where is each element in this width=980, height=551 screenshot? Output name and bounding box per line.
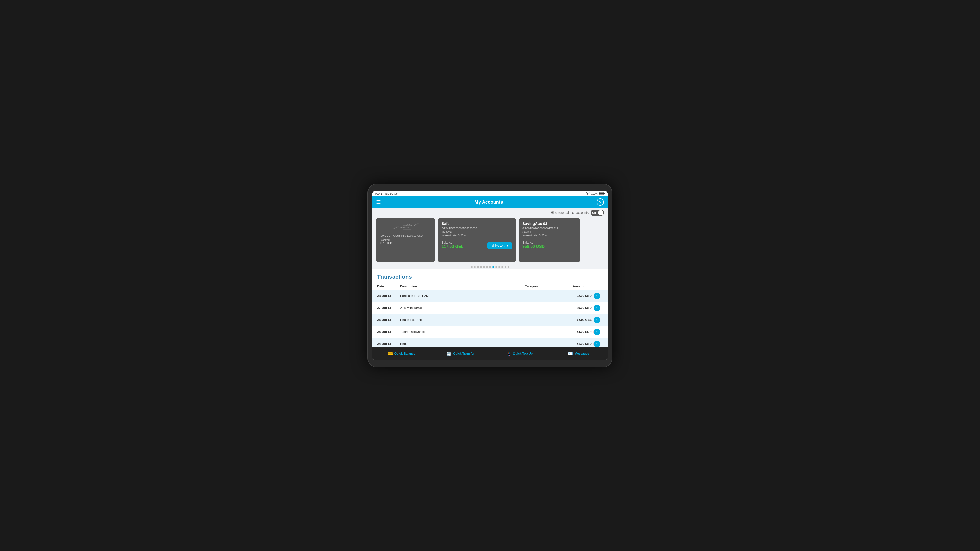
- card-title-saving03: SavingAcc 03: [522, 221, 576, 226]
- dot-12: [504, 266, 506, 268]
- status-bar: 09:41 Tue 30 Oct 100%: [372, 191, 608, 197]
- table-row[interactable]: 25 Jun 13 Taxfree allowance 64.00 EUR ‹ …: [372, 326, 608, 338]
- table-row[interactable]: 26 Jun 13 Health Insurance 65.00 GEL › ›: [372, 314, 608, 326]
- status-time: 09:41: [375, 192, 382, 195]
- credit-limit-label: .00 GEL: [380, 234, 390, 237]
- dot-13: [508, 266, 509, 268]
- row-nav-2[interactable]: ›: [593, 305, 600, 311]
- status-right: 100%: [586, 192, 605, 195]
- blocked-label: Blocked:: [380, 238, 431, 241]
- nav-quick-top-up[interactable]: 📱 Quick Top Up: [490, 347, 549, 360]
- cell-amount-1: 92.00 USD ›: [560, 294, 593, 298]
- col-header-action: [593, 285, 603, 288]
- cell-amount-5: 51.00 USD ‹: [560, 342, 593, 346]
- svg-rect-5: [404, 229, 411, 230]
- wifi-icon: [586, 192, 590, 195]
- dot-5: [483, 266, 485, 268]
- quick-transfer-icon: 🔄: [446, 351, 452, 356]
- cell-desc-4: Taxfree allowance: [400, 330, 525, 333]
- toggle-label: Hide zero balance accounts: [551, 211, 589, 214]
- credit-limit-text: Credit limit: 1,000.00 USD: [393, 234, 423, 237]
- card-account-type-saving03: Saving: [522, 230, 576, 233]
- blocked-value: 901.00 GEL: [380, 241, 431, 245]
- menu-button[interactable]: ☰: [376, 199, 381, 205]
- cell-desc-2: ATM withdrawal: [400, 306, 525, 310]
- cards-section: Accuse .00 GEL Credit limit: 1,000.00 US…: [372, 218, 608, 265]
- quick-topup-label: Quick Top Up: [513, 352, 533, 355]
- ilike-button-safe[interactable]: I'd like to... ▼: [487, 242, 512, 249]
- dot-10: [498, 266, 500, 268]
- cell-date-3: 26 Jun 13: [377, 318, 400, 322]
- dot-8: [492, 266, 494, 268]
- carousel-dots: [372, 265, 608, 269]
- table-row[interactable]: 28 Jun 13 Purchase on STEAM 92.00 USD › …: [372, 290, 608, 302]
- tablet-screen: 09:41 Tue 30 Oct 100%: [372, 191, 608, 360]
- dot-2: [474, 266, 476, 268]
- cell-date-1: 28 Jun 13: [377, 294, 400, 298]
- row-nav-4[interactable]: ›: [593, 329, 600, 335]
- cell-amount-4: 64.00 EUR ‹: [560, 330, 593, 333]
- tablet-frame: 09:41 Tue 30 Oct 100%: [368, 184, 612, 367]
- nav-quick-balance[interactable]: 💳 Quick Balance: [372, 347, 431, 360]
- svg-rect-2: [604, 193, 605, 194]
- quick-topup-icon: 📱: [506, 351, 511, 356]
- cell-date-4: 25 Jun 13: [377, 330, 400, 333]
- nav-quick-transfer[interactable]: 🔄 Quick Transfer: [431, 347, 490, 360]
- card-account-num-safe: GE44TB0500004506380035: [442, 227, 512, 230]
- cell-desc-1: Purchase on STEAM: [400, 294, 525, 298]
- bottom-nav: 💳 Quick Balance 🔄 Quick Transfer 📱 Quick…: [372, 347, 608, 360]
- cell-date-2: 27 Jun 13: [377, 306, 400, 310]
- hide-zero-balance-toggle[interactable]: On: [590, 210, 604, 216]
- help-button[interactable]: ?: [597, 198, 604, 206]
- app-header: ☰ My Accounts ?: [372, 197, 608, 208]
- col-header-description: Description: [400, 285, 525, 288]
- card-interest-saving03: Interest rate: 3.20%: [522, 234, 576, 237]
- transactions-title: Transactions: [377, 273, 603, 280]
- dot-6: [486, 266, 488, 268]
- card-interest-safe: Interest rate: 3.20%: [442, 234, 512, 237]
- messages-icon: ✉️: [568, 351, 573, 356]
- battery-icon: [599, 192, 605, 195]
- quick-balance-label: Quick Balance: [394, 352, 415, 355]
- svg-text:Accuse: Accuse: [404, 227, 409, 228]
- cards-scroll: Accuse .00 GEL Credit limit: 1,000.00 US…: [372, 218, 608, 262]
- table-row[interactable]: 27 Jun 13 ATM withdrawal 89.00 USD › ›: [372, 302, 608, 314]
- chart-area: Accuse: [380, 221, 431, 232]
- card-balance-saving03: Balance: 958.00 USD: [522, 241, 576, 249]
- dot-7: [489, 266, 491, 268]
- cell-desc-5: Rent: [400, 342, 525, 346]
- table-header: Date Description Category Amount: [377, 283, 603, 290]
- row-nav-5[interactable]: ›: [593, 341, 600, 347]
- card-balance-safe: Balance: 117.00 GEL: [442, 241, 463, 249]
- col-header-date: Date: [377, 285, 400, 288]
- dot-11: [501, 266, 503, 268]
- quick-transfer-label: Quick Transfer: [453, 352, 474, 355]
- col-header-category: Category: [525, 285, 560, 288]
- dot-1: [471, 266, 473, 268]
- cell-desc-3: Health Insurance: [400, 318, 525, 322]
- quick-balance-icon: 💳: [388, 351, 393, 356]
- cell-amount-3: 65.00 GEL ›: [560, 318, 593, 322]
- status-time-date: 09:41 Tue 30 Oct: [375, 192, 398, 195]
- cell-amount-2: 89.00 USD ›: [560, 306, 593, 310]
- nav-messages[interactable]: ✉️ Messages: [549, 347, 608, 360]
- cell-date-5: 24 Jun 13: [377, 342, 400, 346]
- toggle-bar: Hide zero balance accounts On: [372, 208, 608, 218]
- svg-rect-1: [600, 192, 604, 194]
- card-account-type-safe: My Safe: [442, 230, 512, 233]
- dot-4: [480, 266, 482, 268]
- toggle-knob: [598, 210, 603, 215]
- row-nav-3[interactable]: ›: [593, 317, 600, 323]
- row-nav-1[interactable]: ›: [593, 292, 600, 299]
- account-card-safe: Safe GE44TB0500004506380035 My Safe Inte…: [438, 218, 516, 262]
- partial-card-bottom: .00 GEL Credit limit: 1,000.00 USD Block…: [380, 234, 431, 245]
- table-row[interactable]: 24 Jun 13 Rent 51.00 USD ‹ ›: [372, 338, 608, 347]
- messages-label: Messages: [574, 352, 589, 355]
- dot-3: [477, 266, 479, 268]
- dot-9: [495, 266, 497, 268]
- status-date: Tue 30 Oct: [385, 192, 398, 195]
- account-card-saving03: SavingAcc 03 GE09TB0200000000178312 Savi…: [519, 218, 580, 262]
- col-header-amount: Amount: [560, 285, 593, 288]
- account-card-partial: Accuse .00 GEL Credit limit: 1,000.00 US…: [376, 218, 435, 262]
- transactions-section: Transactions Date Description Category A…: [372, 269, 608, 347]
